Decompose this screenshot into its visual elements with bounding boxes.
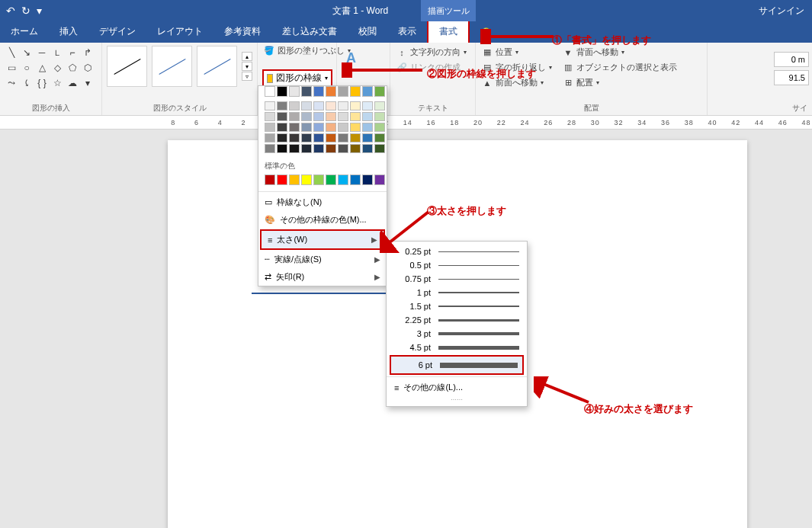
color-swatch[interactable] bbox=[374, 144, 385, 153]
color-swatch[interactable] bbox=[338, 133, 348, 142]
qat-more-icon[interactable]: ▾ bbox=[37, 5, 42, 17]
color-swatch[interactable] bbox=[277, 86, 287, 97]
weight-option[interactable]: 1.5 pt bbox=[387, 299, 527, 313]
weight-submenu-item[interactable]: ≡太さ(W)▶ bbox=[260, 229, 385, 250]
color-swatch[interactable] bbox=[350, 144, 361, 153]
more-lines-item[interactable]: ≡その他の線(L)... bbox=[387, 379, 527, 396]
color-swatch[interactable] bbox=[326, 174, 336, 185]
color-swatch[interactable] bbox=[289, 123, 300, 132]
color-swatch[interactable] bbox=[313, 174, 324, 185]
color-swatch[interactable] bbox=[277, 112, 287, 121]
color-swatch[interactable] bbox=[350, 123, 361, 132]
color-swatch[interactable] bbox=[338, 123, 348, 132]
color-swatch[interactable] bbox=[350, 133, 361, 142]
color-swatch[interactable] bbox=[362, 112, 373, 121]
color-swatch[interactable] bbox=[289, 86, 300, 97]
weight-option[interactable]: 6 pt bbox=[390, 355, 524, 375]
shapes-gallery[interactable]: ╲↘─˪⌐↱ ▭○△◇⬠⬡ ⤳⤹{ }☆☁▾ bbox=[5, 46, 97, 90]
color-swatch[interactable] bbox=[374, 174, 385, 185]
color-swatch[interactable] bbox=[313, 123, 324, 132]
color-swatch[interactable] bbox=[326, 144, 336, 153]
color-swatch[interactable] bbox=[313, 144, 324, 153]
more-outline-colors-item[interactable]: 🎨その他の枠線の色(M)... bbox=[258, 211, 387, 229]
gallery-up-icon[interactable]: ▴ bbox=[242, 52, 252, 61]
color-swatch[interactable] bbox=[289, 101, 300, 110]
color-swatch[interactable] bbox=[326, 123, 336, 132]
color-swatch[interactable] bbox=[374, 123, 385, 132]
shape-style-1[interactable] bbox=[107, 46, 147, 87]
tab-参考資料[interactable]: 参考資料 bbox=[213, 21, 271, 43]
color-swatch[interactable] bbox=[301, 101, 312, 110]
color-swatch[interactable] bbox=[289, 174, 300, 185]
color-swatch[interactable] bbox=[265, 123, 275, 132]
color-swatch[interactable] bbox=[362, 101, 373, 110]
color-swatch[interactable] bbox=[338, 86, 348, 97]
tab-レイアウト[interactable]: レイアウト bbox=[146, 21, 213, 43]
selection-pane-button[interactable]: ▥オブジェクトの選択と表示 bbox=[561, 61, 679, 74]
weight-option[interactable]: 0.75 pt bbox=[387, 272, 527, 286]
shape-outline-button[interactable]: 図形の枠線▾ bbox=[262, 69, 332, 87]
color-swatch[interactable] bbox=[289, 133, 300, 142]
redo-icon[interactable]: ↻ bbox=[21, 5, 30, 17]
send-backward-button[interactable]: ▼背面へ移動▾ bbox=[561, 46, 679, 59]
color-swatch[interactable] bbox=[338, 101, 348, 110]
color-swatch[interactable] bbox=[289, 112, 300, 121]
gallery-down-icon[interactable]: ▾ bbox=[242, 62, 252, 71]
position-button[interactable]: ▦位置▾ bbox=[480, 46, 554, 59]
weight-option[interactable]: 0.5 pt bbox=[387, 258, 527, 272]
color-swatch[interactable] bbox=[374, 101, 385, 110]
color-swatch[interactable] bbox=[265, 174, 275, 185]
color-swatch[interactable] bbox=[326, 112, 336, 121]
tab-差し込み文書[interactable]: 差し込み文書 bbox=[271, 21, 348, 43]
color-swatch[interactable] bbox=[301, 144, 312, 153]
color-swatch[interactable] bbox=[301, 133, 312, 142]
color-swatch[interactable] bbox=[301, 123, 312, 132]
color-swatch[interactable] bbox=[350, 101, 361, 110]
color-swatch[interactable] bbox=[265, 133, 275, 142]
color-swatch[interactable] bbox=[362, 133, 373, 142]
context-tab-drawing-tools[interactable]: 描画ツール bbox=[421, 0, 476, 21]
weight-option[interactable]: 2.25 pt bbox=[387, 313, 527, 327]
color-swatch[interactable] bbox=[265, 86, 275, 97]
color-swatch[interactable] bbox=[265, 101, 275, 110]
color-swatch[interactable] bbox=[277, 144, 287, 153]
weight-option[interactable]: 1 pt bbox=[387, 286, 527, 299]
align-button[interactable]: ⊞配置▾ bbox=[561, 76, 679, 89]
color-swatch[interactable] bbox=[301, 174, 312, 185]
tab-ホーム[interactable]: ホーム bbox=[0, 21, 49, 43]
theme-color-tints[interactable] bbox=[258, 101, 387, 158]
color-swatch[interactable] bbox=[277, 133, 287, 142]
color-swatch[interactable] bbox=[326, 133, 336, 142]
color-swatch[interactable] bbox=[362, 174, 373, 185]
color-swatch[interactable] bbox=[277, 123, 287, 132]
color-swatch[interactable] bbox=[277, 101, 287, 110]
color-swatch[interactable] bbox=[326, 101, 336, 110]
dashes-submenu-item[interactable]: ┄実線/点線(S)▶ bbox=[258, 251, 387, 268]
color-swatch[interactable] bbox=[313, 112, 324, 121]
color-swatch[interactable] bbox=[350, 112, 361, 121]
color-swatch[interactable] bbox=[326, 86, 336, 97]
color-swatch[interactable] bbox=[374, 112, 385, 121]
color-swatch[interactable] bbox=[313, 86, 324, 97]
weight-option[interactable]: 4.5 pt bbox=[387, 341, 527, 354]
tab-書式[interactable]: 書式 bbox=[427, 19, 470, 43]
tab-挿入[interactable]: 挿入 bbox=[49, 21, 88, 43]
standard-color-row[interactable] bbox=[258, 174, 387, 190]
color-swatch[interactable] bbox=[362, 123, 373, 132]
color-swatch[interactable] bbox=[313, 133, 324, 142]
tab-デザイン[interactable]: デザイン bbox=[88, 21, 146, 43]
color-swatch[interactable] bbox=[265, 112, 275, 121]
color-swatch[interactable] bbox=[338, 144, 348, 153]
color-swatch[interactable] bbox=[338, 174, 348, 185]
color-swatch[interactable] bbox=[362, 86, 373, 97]
color-swatch[interactable] bbox=[374, 133, 385, 142]
color-swatch[interactable] bbox=[374, 86, 385, 97]
color-swatch[interactable] bbox=[289, 144, 300, 153]
color-swatch[interactable] bbox=[350, 174, 361, 185]
color-swatch[interactable] bbox=[362, 144, 373, 153]
color-swatch[interactable] bbox=[277, 174, 287, 185]
color-swatch[interactable] bbox=[301, 112, 312, 121]
color-swatch[interactable] bbox=[301, 86, 312, 97]
color-swatch[interactable] bbox=[350, 86, 361, 97]
weight-option[interactable]: 3 pt bbox=[387, 327, 527, 341]
